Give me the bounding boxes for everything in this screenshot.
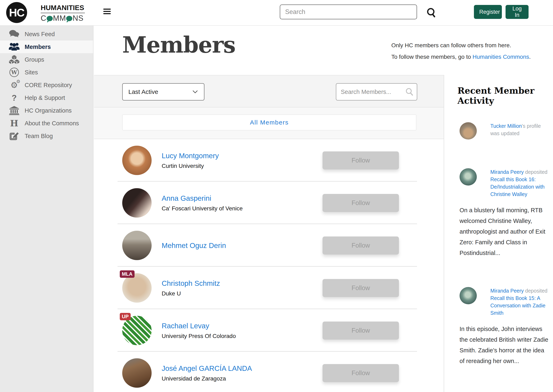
humanities-commons-link[interactable]: Humanities Commons	[472, 54, 529, 60]
hc-logo-icon[interactable]: HC	[6, 2, 27, 23]
logo-letter: MM	[53, 14, 66, 23]
follow-button[interactable]: Follow	[323, 364, 399, 382]
avatar[interactable]	[460, 287, 477, 304]
notice-line1: Only HC members can follow others from h…	[391, 40, 531, 51]
gears-icon: ⚙⚙	[7, 80, 21, 90]
member-name-link[interactable]: Anna Gasperini	[162, 194, 211, 202]
pencil-square-icon	[7, 131, 21, 141]
comments-icon	[7, 29, 21, 39]
logo-line2: C MM NS	[41, 14, 85, 23]
sidebar-item-help-support[interactable]: ? Help & Support	[0, 91, 93, 104]
sidebar-item-team-blog[interactable]: Team Blog	[0, 130, 93, 142]
follow-button[interactable]: Follow	[323, 279, 399, 297]
member-name-link[interactable]: Rachael Levay	[162, 322, 209, 330]
login-button[interactable]: Log In	[505, 5, 529, 19]
follow-button[interactable]: Follow	[323, 237, 399, 255]
site-search-input[interactable]	[280, 5, 417, 19]
avatar[interactable]	[122, 146, 152, 175]
sidebar-item-label: Groups	[25, 56, 44, 63]
member-row: José Angel GARCÍA LANDA Universidad de Z…	[94, 352, 444, 392]
sort-select-value: Last Active	[128, 88, 158, 95]
register-button[interactable]: Register	[474, 5, 502, 19]
activity-meta: Miranda Peery deposited Recall this Book…	[490, 287, 550, 317]
member-affiliation: Curtin University	[162, 163, 219, 169]
speech-bubble-icon	[47, 16, 53, 21]
tab-all-members-label: All Members	[250, 119, 289, 126]
recent-activity-title: Recent Member Activity	[457, 86, 553, 106]
activity-actor-link[interactable]: Miranda Peery	[490, 169, 524, 175]
filter-bar: Last Active	[94, 75, 444, 107]
avatar[interactable]	[122, 188, 152, 217]
menu-toggle-icon[interactable]	[103, 9, 111, 16]
avatar[interactable]	[460, 168, 477, 186]
follow-button[interactable]: Follow	[323, 194, 399, 212]
member-affiliation: Duke U	[162, 290, 220, 297]
activity-item: Miranda Peery deposited Recall this Book…	[457, 287, 553, 366]
content-area: Last Active All Members	[94, 75, 553, 392]
follow-button[interactable]: Follow	[323, 151, 399, 169]
member-affiliation: Universidad de Zaragoza	[162, 375, 252, 382]
activity-item: Miranda Peery deposited Recall this Book…	[457, 168, 553, 258]
follow-notice: Only HC members can follow others from h…	[391, 40, 531, 63]
members-main-column: Last Active All Members	[94, 75, 444, 392]
top-bar: HC HUMANITIES C MM NS Register Log In	[0, 0, 553, 26]
member-name-link[interactable]: Mehmet Oguz Derin	[162, 241, 226, 250]
sort-select[interactable]: Last Active	[122, 83, 204, 100]
sidebar-item-members[interactable]: Members	[0, 41, 93, 53]
members-directory-page: { "topbar": { "logo_initials": "HC", "lo…	[0, 0, 553, 392]
sidebar-item-label: Members	[25, 43, 51, 50]
activity-deposit-link[interactable]: Recall this Book 16: De/Industrializatio…	[490, 176, 545, 197]
activity-excerpt: In this episode, John interviews the cel…	[460, 324, 550, 366]
sidebar-item-label: Help & Support	[25, 95, 65, 101]
bank-icon	[7, 105, 21, 115]
sidebar-item-sites[interactable]: W Sites	[0, 66, 93, 79]
activity-meta: Tucker Million's profile was updated	[490, 122, 550, 140]
question-icon: ?	[7, 93, 21, 103]
activity-item: Tucker Million's profile was updated	[457, 122, 553, 140]
search-submit-icon[interactable]	[426, 7, 438, 19]
member-name-link[interactable]: José Angel GARCÍA LANDA	[162, 364, 252, 372]
sidebar-item-label: Team Blog	[25, 133, 53, 140]
notice-line2: To follow these members, go to Humanitie…	[391, 51, 531, 63]
chevron-down-icon	[192, 90, 198, 94]
activity-action-text: deposited	[524, 169, 547, 175]
avatar[interactable]	[460, 122, 477, 140]
avatar[interactable]	[122, 231, 152, 260]
tab-all-members[interactable]: All Members	[122, 114, 416, 130]
members-search-icon[interactable]	[405, 87, 414, 96]
recent-activity-sidebar: Recent Member Activity Tucker Million's …	[444, 75, 553, 392]
notice-line2-suffix: .	[529, 54, 531, 60]
members-tab-band: All Members	[94, 107, 444, 139]
avatar[interactable]	[122, 358, 152, 388]
logo-line1: HUMANITIES	[41, 4, 85, 13]
page-header: Members Only HC members can follow other…	[94, 26, 553, 75]
members-icon	[7, 42, 21, 52]
activity-deposit-link[interactable]: Recall this Book 15: A Conversation with…	[490, 295, 545, 316]
sidebar-item-groups[interactable]: Groups	[0, 53, 93, 66]
activity-actor-link[interactable]: Miranda Peery	[490, 288, 524, 294]
activity-meta: Miranda Peery deposited Recall this Book…	[490, 168, 550, 198]
speech-bubble-icon	[66, 16, 72, 21]
sidebar-item-label: About the Commons	[25, 120, 79, 127]
logo-letter: C	[41, 14, 46, 23]
notice-line2-text: To follow these members, go to	[391, 54, 472, 60]
follow-button[interactable]: Follow	[323, 322, 399, 340]
member-row: Mehmet Oguz Derin Follow	[94, 224, 444, 267]
cubes-icon	[7, 55, 21, 64]
up-badge: UP	[120, 313, 131, 320]
member-affiliation: University Press Of Colorado	[162, 333, 236, 339]
sidebar-item-label: Sites	[25, 69, 38, 76]
activity-action-text: deposited	[524, 288, 547, 294]
member-name-link[interactable]: Lucy Montgomery	[162, 152, 219, 160]
activity-actor-link[interactable]: Tucker Million	[490, 123, 522, 129]
sidebar-item-core-repository[interactable]: ⚙⚙ CORE Repository	[0, 79, 93, 91]
member-row: Lucy Montgomery Curtin University Follow	[94, 139, 444, 182]
sidebar-item-about-the-commons[interactable]: H About the Commons	[0, 117, 93, 130]
member-name-link[interactable]: Christoph Schmitz	[162, 279, 220, 287]
humanities-commons-logo[interactable]: HUMANITIES C MM NS	[41, 4, 85, 23]
sidebar-item-news-feed[interactable]: News Feed	[0, 28, 93, 41]
sidebar-item-hc-organizations[interactable]: HC Organizations	[0, 104, 93, 117]
wordpress-icon: W	[7, 67, 21, 77]
mla-badge: MLA	[120, 270, 135, 278]
member-list: Lucy Montgomery Curtin University Follow…	[94, 139, 444, 392]
